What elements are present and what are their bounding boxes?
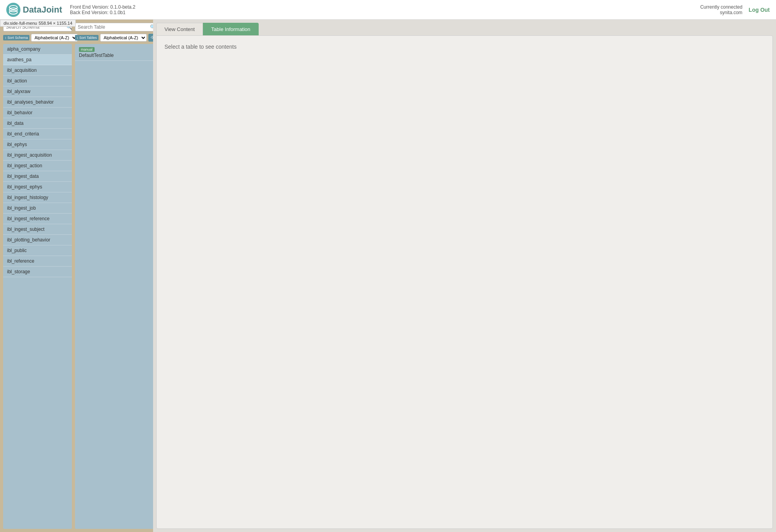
sidebar: 🔍 ↕ Sort Schema Alphabetical (A-Z) alpha… (0, 20, 153, 532)
table-list: manualDefaultTestTable (75, 44, 159, 529)
schema-item[interactable]: ibl_ingest_reference (3, 214, 72, 224)
schema-panel: 🔍 ↕ Sort Schema Alphabetical (A-Z) alpha… (3, 23, 72, 529)
content-tab[interactable]: Table Information (203, 23, 259, 35)
schema-item[interactable]: ibl_ingest_histology (3, 192, 72, 203)
tooltip-bar: div.side-full-menu 558.94 × 1155.14 (0, 20, 76, 27)
schema-sort-bar: ↕ Sort Schema Alphabetical (A-Z) (3, 34, 72, 42)
table-sort-bar: ↕ Sort Tables Alphabetical (A-Z) 👁 (75, 34, 159, 42)
schema-item[interactable]: ibl_ingest_acquisition (3, 150, 72, 161)
table-item[interactable]: manualDefaultTestTable (75, 44, 159, 61)
tooltip-element: div.side-full-menu (4, 21, 37, 26)
table-panel: 🔍 ↕ Sort Tables Alphabetical (A-Z) 👁 man… (75, 23, 159, 529)
content-area: View ContentTable Information Select a t… (153, 20, 776, 532)
app-title: DataJoint (23, 5, 62, 15)
connected-label: Currently connected (700, 4, 742, 10)
schema-item[interactable]: ibl_ingest_job (3, 203, 72, 214)
schema-item[interactable]: alpha_company (3, 44, 72, 55)
schema-item[interactable]: ibl_plotting_behavior (3, 235, 72, 245)
version-info: Front End Version: 0.1.0-beta.2 Back End… (70, 4, 135, 15)
main-container: 🔍 ↕ Sort Schema Alphabetical (A-Z) alpha… (0, 20, 776, 532)
schema-item[interactable]: avathes_pa (3, 55, 72, 65)
schema-item[interactable]: ibl_data (3, 118, 72, 129)
front-end-version: Front End Version: 0.1.0-beta.2 (70, 4, 135, 10)
schema-item[interactable]: ibl_ingest_action (3, 161, 72, 171)
schema-item[interactable]: ibl_alyxraw (3, 86, 72, 97)
schema-item[interactable]: ibl_public (3, 245, 72, 256)
tooltip-dimensions: 558.94 × 1155.14 (38, 21, 72, 26)
connection-info: Currently connected synita.com (700, 4, 742, 15)
schema-item[interactable]: ibl_storage (3, 267, 72, 277)
schema-item[interactable]: ibl_ingest_ephys (3, 182, 72, 192)
schema-item[interactable]: ibl_ingest_data (3, 171, 72, 182)
logout-button[interactable]: Log Out (749, 7, 770, 13)
manual-badge: manual (79, 47, 95, 52)
schema-list: alpha_companyavathes_paibl_acquisitionib… (3, 44, 72, 529)
schema-item[interactable]: ibl_end_criteria (3, 129, 72, 139)
empty-message: Select a table to see contents (164, 44, 237, 50)
back-end-version: Back End Version: 0.1.0b1 (70, 10, 135, 15)
logo: DataJoint (6, 3, 62, 17)
table-sort-select[interactable]: Alphabetical (A-Z) (100, 34, 147, 42)
tabs-bar: View ContentTable Information (156, 23, 773, 35)
table-search-box[interactable]: 🔍 (75, 23, 159, 31)
schema-item[interactable]: ibl_action (3, 76, 72, 86)
content-panel: Select a table to see contents (156, 35, 773, 529)
schema-sort-select[interactable]: Alphabetical (A-Z) (31, 34, 78, 42)
table-sort-badge: ↕ Sort Tables (75, 35, 99, 40)
connected-user: synita.com (700, 10, 742, 15)
schema-item[interactable]: ibl_acquisition (3, 65, 72, 76)
schema-sort-badge: ↕ Sort Schema (3, 35, 29, 40)
schema-item[interactable]: ibl_ingest_subject (3, 224, 72, 235)
schema-item[interactable]: ibl_behavior (3, 108, 72, 118)
table-search-input[interactable] (78, 24, 148, 30)
header-right: Currently connected synita.com Log Out (700, 4, 770, 15)
schema-item[interactable]: ibl_analyses_behavior (3, 97, 72, 108)
content-tab[interactable]: View Content (156, 23, 203, 35)
logo-icon (6, 3, 20, 17)
app-header: DataJoint Front End Version: 0.1.0-beta.… (0, 0, 776, 20)
schema-item[interactable]: ibl_ephys (3, 139, 72, 150)
schema-item[interactable]: ibl_reference (3, 256, 72, 267)
